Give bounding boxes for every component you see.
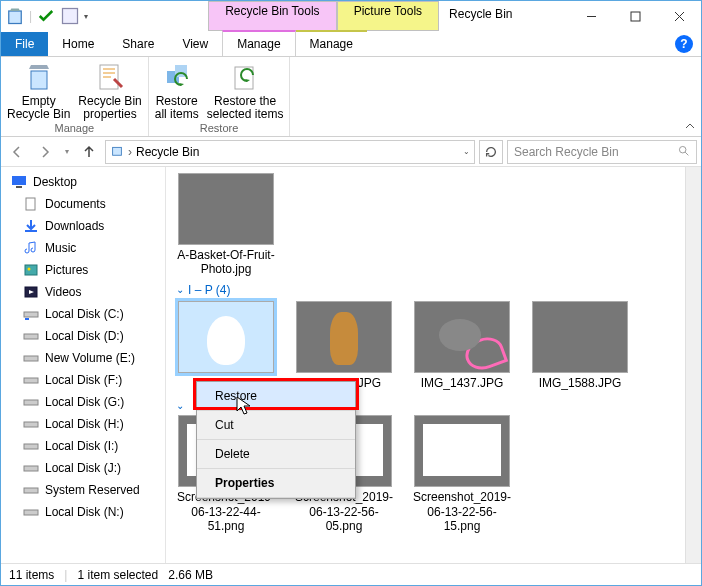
recycle-bin-tools-tab[interactable]: Recycle Bin Tools: [208, 1, 337, 31]
thumbnail: [414, 301, 510, 373]
picture-tools-tab[interactable]: Picture Tools: [337, 1, 439, 31]
close-button[interactable]: [657, 1, 701, 31]
svg-rect-20: [24, 334, 38, 339]
documents-icon: [23, 196, 39, 212]
sidebar-item-downloads[interactable]: Downloads: [1, 215, 165, 237]
videos-icon: [23, 284, 39, 300]
help-icon[interactable]: ?: [675, 35, 693, 53]
svg-rect-21: [24, 356, 38, 361]
sidebar-item-system-reserved[interactable]: System Reserved: [1, 479, 165, 501]
status-item-count: 11 items: [9, 568, 54, 582]
svg-point-10: [679, 146, 686, 153]
view-tab[interactable]: View: [168, 32, 222, 56]
cursor-icon: [236, 396, 254, 416]
properties-icon[interactable]: [60, 6, 80, 26]
chevron-right-icon[interactable]: ›: [128, 145, 132, 159]
restore-selected-button[interactable]: Restore the selected items: [207, 59, 284, 121]
file-item[interactable]: A-Basket-Of-Fruit-Photo.jpg: [176, 173, 276, 277]
file-list[interactable]: A-Basket-Of-Fruit-Photo.jpg ⌄I – P (4) 0…: [166, 167, 685, 563]
svg-rect-13: [26, 198, 35, 210]
drive-icon: [23, 416, 39, 432]
svg-rect-18: [24, 312, 38, 317]
window-title: Recycle Bin: [439, 1, 569, 31]
drive-icon: [23, 350, 39, 366]
nav-up-button[interactable]: [77, 140, 101, 164]
context-menu-restore[interactable]: Restore: [197, 382, 355, 411]
context-menu-properties[interactable]: Properties: [197, 469, 355, 498]
file-item[interactable]: IMG_1588.JPG: [530, 301, 630, 390]
empty-recycle-bin-button[interactable]: Empty Recycle Bin: [7, 59, 70, 121]
ribbon-group-restore: Restore: [200, 122, 239, 134]
drive-icon: [23, 372, 39, 388]
svg-rect-27: [24, 488, 38, 493]
file-name: A-Basket-Of-Fruit-Photo.jpg: [177, 248, 274, 276]
nav-recent-dropdown[interactable]: ▾: [61, 140, 73, 164]
file-tab[interactable]: File: [1, 32, 48, 56]
search-icon: [677, 144, 690, 160]
sidebar-item-documents[interactable]: Documents: [1, 193, 165, 215]
desktop-icon: [11, 174, 27, 190]
recycle-bin-properties-button[interactable]: Recycle Bin properties: [78, 59, 141, 121]
qat-dropdown-icon[interactable]: ▾: [84, 12, 88, 21]
recycle-bin-icon: [5, 6, 25, 26]
sidebar-item-local-disk-n[interactable]: Local Disk (N:): [1, 501, 165, 523]
properties-icon: [94, 61, 126, 93]
sidebar-item-local-disk-h[interactable]: Local Disk (H:): [1, 413, 165, 435]
sidebar-item-pictures[interactable]: Pictures: [1, 259, 165, 281]
restore-all-icon: [161, 61, 193, 93]
sidebar-item-local-disk-c[interactable]: Local Disk (C:): [1, 303, 165, 325]
thumbnail: [178, 173, 274, 245]
refresh-button[interactable]: [479, 140, 503, 164]
vertical-scrollbar[interactable]: [685, 167, 701, 563]
group-header-i-p[interactable]: ⌄I – P (4): [176, 277, 675, 301]
svg-rect-0: [9, 11, 22, 24]
file-item[interactable]: IMG_1437.JPG: [412, 301, 512, 390]
minimize-button[interactable]: [569, 1, 613, 31]
sidebar-item-videos[interactable]: Videos: [1, 281, 165, 303]
search-input[interactable]: Search Recycle Bin: [507, 140, 697, 164]
address-dropdown[interactable]: ⌄: [463, 147, 470, 156]
collapse-ribbon-button[interactable]: [679, 57, 701, 136]
status-selected-count: 1 item selected: [77, 568, 158, 582]
sidebar-item-new-volume-e[interactable]: New Volume (E:): [1, 347, 165, 369]
thumbnail: [414, 415, 510, 487]
manage-picture-tab[interactable]: Manage: [296, 30, 367, 56]
address-bar[interactable]: › Recycle Bin ⌄: [105, 140, 475, 164]
file-item[interactable]: 02.JPG: [294, 301, 394, 390]
file-item[interactable]: Screenshot_2019-06-13-22-56-15.png: [412, 415, 512, 533]
sidebar-item-music[interactable]: Music: [1, 237, 165, 259]
breadcrumb-recycle-bin[interactable]: Recycle Bin: [136, 145, 199, 159]
sidebar-item-local-disk-g[interactable]: Local Disk (G:): [1, 391, 165, 413]
file-item[interactable]: [176, 301, 276, 390]
restore-selected-icon: [229, 61, 261, 93]
thumbnail: [296, 301, 392, 373]
context-menu-cut[interactable]: Cut: [197, 411, 355, 440]
sidebar-item-desktop[interactable]: Desktop: [1, 171, 165, 193]
nav-back-button[interactable]: [5, 140, 29, 164]
manage-recycle-tab[interactable]: Manage: [222, 30, 295, 56]
thumbnail: [178, 301, 274, 373]
drive-icon: [23, 504, 39, 520]
share-tab[interactable]: Share: [108, 32, 168, 56]
navigation-pane[interactable]: Desktop Documents Downloads Music Pictur…: [1, 167, 166, 563]
svg-rect-9: [113, 147, 122, 155]
pictures-icon: [23, 262, 39, 278]
maximize-button[interactable]: [613, 1, 657, 31]
check-icon[interactable]: [36, 6, 56, 26]
restore-all-button[interactable]: Restore all items: [155, 59, 199, 121]
svg-rect-14: [25, 230, 37, 232]
svg-rect-19: [25, 318, 29, 320]
sidebar-item-local-disk-f[interactable]: Local Disk (F:): [1, 369, 165, 391]
qat-divider: |: [29, 9, 32, 23]
nav-forward-button[interactable]: [33, 140, 57, 164]
sidebar-item-local-disk-i[interactable]: Local Disk (I:): [1, 435, 165, 457]
sidebar-item-local-disk-d[interactable]: Local Disk (D:): [1, 325, 165, 347]
drive-icon: [23, 438, 39, 454]
svg-rect-23: [24, 400, 38, 405]
context-menu-delete[interactable]: Delete: [197, 440, 355, 469]
home-tab[interactable]: Home: [48, 32, 108, 56]
sidebar-item-local-disk-j[interactable]: Local Disk (J:): [1, 457, 165, 479]
svg-rect-26: [24, 466, 38, 471]
svg-rect-24: [24, 422, 38, 427]
drive-icon: [23, 482, 39, 498]
